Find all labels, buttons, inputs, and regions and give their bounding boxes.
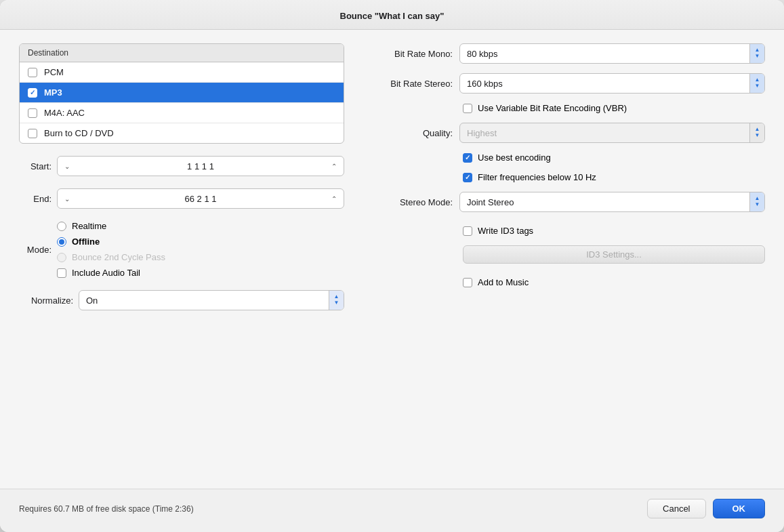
mode-row: Mode: Realtime Offline	[19, 221, 344, 278]
bottom-bar: Requires 60.7 MB of free disk space (Tim…	[0, 489, 784, 532]
best-encoding-row[interactable]: Use best encoding	[365, 152, 765, 163]
vbr-label: Use Variable Bit Rate Encoding (VBR)	[478, 103, 627, 113]
id3-settings-button: ID3 Settings...	[463, 245, 765, 264]
end-down-btn[interactable]: ⌄	[58, 189, 77, 208]
bit-rate-mono-select[interactable]: 80 kbps ▲ ▼	[459, 43, 765, 64]
start-row: Start: ⌄ 1 1 1 1 ⌃	[19, 156, 344, 176]
ok-button[interactable]: OK	[713, 499, 766, 518]
normalize-stepper[interactable]: ▲ ▼	[329, 291, 344, 310]
left-panel: Destination PCM MP3 M4A: AAC	[19, 43, 344, 475]
best-encoding-label: Use best encoding	[478, 152, 551, 163]
stereo-mode-row: Stereo Mode: Joint Stereo ▲ ▼	[365, 192, 765, 212]
end-label: End:	[19, 194, 51, 204]
cd-label: Burn to CD / DVD	[44, 128, 114, 138]
mode-section: Mode: Realtime Offline	[19, 221, 344, 278]
bounce2nd-label: Bounce 2nd Cycle Pass	[72, 252, 165, 262]
bit-rate-mono-label: Bit Rate Mono:	[365, 49, 453, 59]
vbr-row[interactable]: Use Variable Bit Rate Encoding (VBR)	[365, 103, 765, 113]
cd-checkbox[interactable]	[28, 129, 37, 138]
quality-label: Quality:	[365, 128, 453, 138]
stereo-mode-label: Stereo Mode:	[365, 197, 453, 207]
bit-rate-mono-row: Bit Rate Mono: 80 kbps ▲ ▼	[365, 43, 765, 64]
button-group: Cancel OK	[647, 499, 765, 518]
bit-rate-mono-stepper[interactable]: ▲ ▼	[749, 44, 764, 63]
start-stepper[interactable]: ⌄ 1 1 1 1 ⌃	[57, 156, 344, 176]
normalize-select[interactable]: On ▲ ▼	[79, 290, 344, 310]
start-label: Start:	[19, 161, 51, 171]
filter-freq-checkbox[interactable]	[463, 173, 472, 182]
normalize-label: Normalize:	[19, 295, 73, 306]
add-to-music-checkbox[interactable]	[463, 278, 472, 287]
realtime-row[interactable]: Realtime	[57, 221, 344, 231]
realtime-radio[interactable]	[57, 222, 66, 231]
bounce2nd-radio	[57, 253, 66, 262]
quality-value: Highest	[460, 125, 749, 142]
filter-freq-row[interactable]: Filter frequencies below 10 Hz	[365, 172, 765, 182]
bounce2nd-row: Bounce 2nd Cycle Pass	[57, 252, 344, 262]
normalize-value: On	[79, 292, 329, 309]
audio-tail-checkbox[interactable]	[57, 268, 66, 278]
destination-header: Destination	[20, 44, 344, 62]
mp3-checkbox[interactable]	[28, 88, 37, 98]
right-panel: Bit Rate Mono: 80 kbps ▲ ▼ Bit Rate Ster…	[365, 43, 765, 475]
bit-rate-stereo-row: Bit Rate Stereo: 160 kbps ▲ ▼	[365, 73, 765, 94]
add-to-music-label: Add to Music	[478, 277, 529, 287]
best-encoding-checkbox[interactable]	[463, 153, 472, 163]
normalize-row: Normalize: On ▲ ▼	[19, 290, 344, 310]
mode-label: Mode:	[19, 245, 51, 255]
pcm-label: PCM	[44, 67, 64, 77]
mp3-label: MP3	[44, 87, 62, 98]
offline-label: Offline	[72, 237, 100, 247]
offline-radio[interactable]	[57, 237, 66, 247]
end-stepper[interactable]: ⌄ 66 2 1 1 ⌃	[57, 188, 344, 209]
quality-stepper[interactable]: ▲ ▼	[749, 123, 764, 142]
offline-row[interactable]: Offline	[57, 237, 344, 247]
id3-settings-container: ID3 Settings...	[365, 245, 765, 264]
stereo-mode-select[interactable]: Joint Stereo ▲ ▼	[459, 192, 765, 212]
write-id3-row[interactable]: Write ID3 tags	[365, 226, 765, 236]
destination-row-m4a[interactable]: M4A: AAC	[20, 103, 344, 123]
bit-rate-stereo-value: 160 kbps	[460, 75, 749, 92]
stereo-mode-value: Joint Stereo	[460, 194, 749, 211]
quality-row: Quality: Highest ▲ ▼	[365, 123, 765, 143]
m4a-checkbox[interactable]	[28, 108, 37, 118]
realtime-label: Realtime	[72, 221, 106, 231]
start-value: 1 1 1 1	[77, 159, 325, 174]
start-down-btn[interactable]: ⌄	[58, 157, 77, 176]
bit-rate-stereo-label: Bit Rate Stereo:	[365, 79, 453, 89]
destination-row-pcm[interactable]: PCM	[20, 62, 344, 83]
disk-info: Requires 60.7 MB of free disk space (Tim…	[19, 504, 194, 514]
dialog-title: Bounce "What I can say"	[0, 0, 784, 30]
vbr-checkbox[interactable]	[463, 104, 472, 113]
write-id3-checkbox[interactable]	[463, 226, 472, 236]
destination-row-cd[interactable]: Burn to CD / DVD	[20, 123, 344, 143]
m4a-label: M4A: AAC	[44, 108, 85, 118]
stereo-mode-stepper[interactable]: ▲ ▼	[749, 192, 764, 211]
bit-rate-stereo-select[interactable]: 160 kbps ▲ ▼	[459, 73, 765, 94]
end-up-btn[interactable]: ⌃	[325, 189, 344, 208]
quality-select[interactable]: Highest ▲ ▼	[459, 123, 765, 143]
start-up-btn[interactable]: ⌃	[325, 157, 344, 176]
end-value: 66 2 1 1	[77, 191, 325, 207]
bit-rate-stereo-stepper[interactable]: ▲ ▼	[749, 74, 764, 93]
audio-tail-label: Include Audio Tail	[72, 268, 140, 278]
pcm-checkbox[interactable]	[28, 68, 37, 77]
write-id3-label: Write ID3 tags	[478, 226, 533, 236]
destination-row-mp3[interactable]: MP3	[20, 83, 344, 103]
audio-tail-row[interactable]: Include Audio Tail	[57, 268, 344, 278]
bit-rate-mono-value: 80 kbps	[460, 45, 749, 62]
cancel-button[interactable]: Cancel	[647, 499, 705, 518]
destination-table: Destination PCM MP3 M4A: AAC	[19, 43, 344, 144]
end-row: End: ⌄ 66 2 1 1 ⌃	[19, 188, 344, 209]
add-to-music-row[interactable]: Add to Music	[365, 277, 765, 287]
filter-freq-label: Filter frequencies below 10 Hz	[478, 172, 596, 182]
bounce-dialog: Bounce "What I can say" Destination PCM …	[0, 0, 784, 532]
